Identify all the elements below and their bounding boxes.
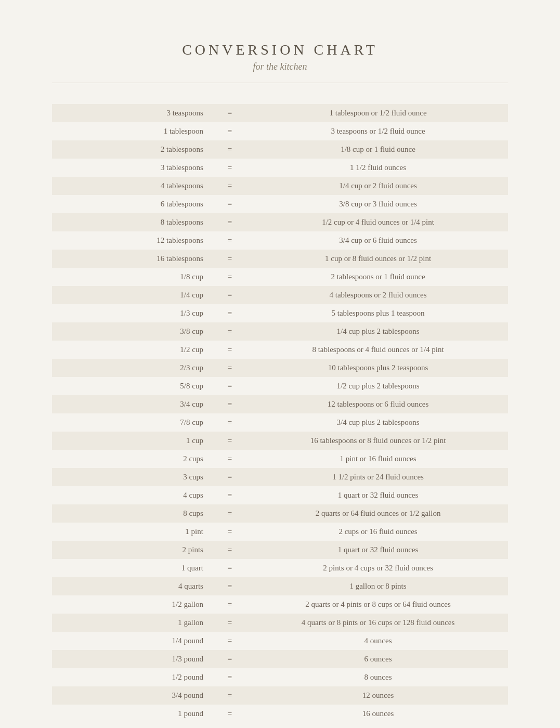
cell-equals: = [212,359,248,377]
cell-left: 2 pints [52,541,212,559]
cell-equals: = [212,632,248,650]
conversion-table: 3 teaspoons=1 tablespoon or 1/2 fluid ou… [52,104,508,723]
cell-left: 3 tablespoons [52,159,212,177]
table-row: 5/8 cup=1/2 cup plus 2 tablespoons [52,377,508,395]
cell-left: 7/8 cup [52,413,212,432]
cell-right: 4 tablespoons or 2 fluid ounces [248,286,508,304]
cell-equals: = [212,140,248,159]
cell-left: 1 pint [52,523,212,541]
table-row: 2 tablespoons=1/8 cup or 1 fluid ounce [52,140,508,159]
cell-right: 1/2 cup plus 2 tablespoons [248,377,508,395]
header: CONVERSION CHART for the kitchen [52,42,508,83]
cell-right: 1 1/2 fluid ounces [248,159,508,177]
cell-right: 4 ounces [248,632,508,650]
cell-left: 1/3 pound [52,650,212,668]
cell-right: 5 tablespoons plus 1 teaspoon [248,304,508,322]
cell-equals: = [212,231,248,250]
cell-right: 8 ounces [248,668,508,686]
table-row: 1/8 cup=2 tablespoons or 1 fluid ounce [52,268,508,286]
table-row: 1 tablespoon=3 teaspoons or 1/2 fluid ou… [52,122,508,140]
table-row: 3/4 cup=12 tablespoons or 6 fluid ounces [52,395,508,413]
cell-equals: = [212,377,248,395]
cell-left: 1/8 cup [52,268,212,286]
cell-right: 2 cups or 16 fluid ounces [248,523,508,541]
table-row: 3/8 cup=1/4 cup plus 2 tablespoons [52,322,508,341]
cell-left: 1 quart [52,559,212,577]
cell-left: 1 cup [52,432,212,450]
cell-right: 12 tablespoons or 6 fluid ounces [248,395,508,413]
table-row: 1/3 pound=6 ounces [52,650,508,668]
cell-right: 1 quart or 32 fluid ounces [248,486,508,504]
table-row: 1/3 cup=5 tablespoons plus 1 teaspoon [52,304,508,322]
cell-left: 8 tablespoons [52,213,212,231]
cell-left: 4 cups [52,486,212,504]
cell-left: 12 tablespoons [52,231,212,250]
cell-left: 1/2 gallon [52,595,212,614]
sub-title: for the kitchen [52,61,508,72]
table-row: 3/4 pound=12 ounces [52,686,508,705]
cell-left: 1/4 cup [52,286,212,304]
cell-left: 1/4 pound [52,632,212,650]
table-row: 1/2 cup=8 tablespoons or 4 fluid ounces … [52,341,508,359]
table-row: 1/4 cup=4 tablespoons or 2 fluid ounces [52,286,508,304]
cell-right: 2 tablespoons or 1 fluid ounce [248,268,508,286]
cell-equals: = [212,341,248,359]
cell-left: 1/3 cup [52,304,212,322]
table-row: 2 cups=1 pint or 16 fluid ounces [52,450,508,468]
cell-equals: = [212,413,248,432]
cell-equals: = [212,559,248,577]
table-row: 2/3 cup=10 tablespoons plus 2 teaspoons [52,359,508,377]
cell-right: 3/8 cup or 3 fluid ounces [248,195,508,213]
table-row: 3 cups=1 1/2 pints or 24 fluid ounces [52,468,508,486]
cell-equals: = [212,595,248,614]
table-row: 7/8 cup=3/4 cup plus 2 tablespoons [52,413,508,432]
cell-equals: = [212,577,248,595]
cell-equals: = [212,286,248,304]
cell-right: 1 pint or 16 fluid ounces [248,450,508,468]
cell-equals: = [212,541,248,559]
cell-right: 2 quarts or 4 pints or 8 cups or 64 flui… [248,595,508,614]
cell-left: 6 tablespoons [52,195,212,213]
cell-equals: = [212,104,248,122]
cell-left: 2/3 cup [52,359,212,377]
cell-equals: = [212,195,248,213]
table-row: 4 quarts=1 gallon or 8 pints [52,577,508,595]
table-row: 1/2 gallon=2 quarts or 4 pints or 8 cups… [52,595,508,614]
cell-equals: = [212,177,248,195]
table-row: 12 tablespoons=3/4 cup or 6 fluid ounces [52,231,508,250]
cell-left: 4 tablespoons [52,177,212,195]
cell-left: 3 cups [52,468,212,486]
cell-right: 3/4 cup or 6 fluid ounces [248,231,508,250]
cell-right: 6 ounces [248,650,508,668]
cell-equals: = [212,322,248,341]
cell-right: 2 quarts or 64 fluid ounces or 1/2 gallo… [248,504,508,523]
cell-right: 1 1/2 pints or 24 fluid ounces [248,468,508,486]
cell-equals: = [212,395,248,413]
cell-right: 16 ounces [248,705,508,723]
cell-equals: = [212,213,248,231]
cell-left: 1/2 cup [52,341,212,359]
cell-equals: = [212,614,248,632]
table-row: 8 tablespoons=1/2 cup or 4 fluid ounces … [52,213,508,231]
table-row: 1 cup=16 tablespoons or 8 fluid ounces o… [52,432,508,450]
cell-left: 3/4 pound [52,686,212,705]
table-row: 16 tablespoons=1 cup or 8 fluid ounces o… [52,250,508,268]
cell-left: 3/8 cup [52,322,212,341]
cell-equals: = [212,650,248,668]
table-row: 1/2 pound=8 ounces [52,668,508,686]
cell-right: 1 tablespoon or 1/2 fluid ounce [248,104,508,122]
cell-right: 1 quart or 32 fluid ounces [248,541,508,559]
cell-right: 4 quarts or 8 pints or 16 cups or 128 fl… [248,614,508,632]
table-row: 3 tablespoons=1 1/2 fluid ounces [52,159,508,177]
cell-equals: = [212,523,248,541]
cell-equals: = [212,450,248,468]
cell-equals: = [212,686,248,705]
cell-equals: = [212,268,248,286]
cell-right: 16 tablespoons or 8 fluid ounces or 1/2 … [248,432,508,450]
cell-right: 1 cup or 8 fluid ounces or 1/2 pint [248,250,508,268]
cell-left: 8 cups [52,504,212,523]
table-row: 1/4 pound=4 ounces [52,632,508,650]
cell-equals: = [212,159,248,177]
cell-equals: = [212,432,248,450]
cell-right: 1/4 cup plus 2 tablespoons [248,322,508,341]
